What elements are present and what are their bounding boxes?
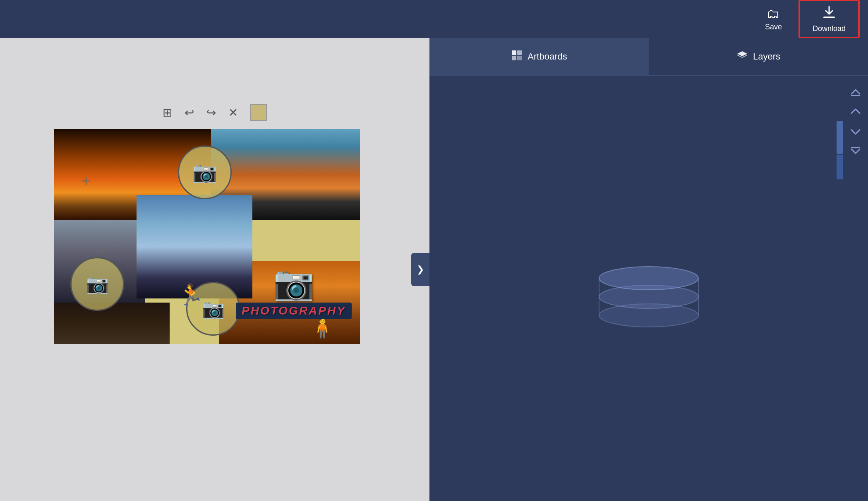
download-label: Download (813, 24, 846, 33)
main-layout: ⊞ ↩ ↪ ✕ 📷 📷 📷 ＋ ＋ (0, 38, 868, 501)
layer-block-1[interactable] (837, 121, 843, 154)
artboards-icon (511, 50, 523, 64)
save-icon: 🗂 (767, 7, 780, 20)
plus-icon-1: ＋ (79, 170, 94, 191)
scroll-up-button[interactable] (845, 103, 866, 121)
color-swatch[interactable] (250, 104, 267, 121)
scroll-top-button[interactable] (845, 83, 866, 101)
photography-text: PHOTOGRAPHY (236, 303, 352, 319)
canvas-area: ⊞ ↩ ↪ ✕ 📷 📷 📷 ＋ ＋ (0, 38, 429, 501)
svg-rect-4 (517, 56, 522, 60)
photo-bottom-left (54, 303, 170, 344)
collage-wrapper: 📷 📷 📷 ＋ ＋ ＋ 📷 PHOTOGRAPHY 🏃 🧍 (54, 129, 360, 344)
layer-blocks (837, 121, 843, 179)
sidebar-arrows (843, 76, 868, 160)
photo-collage: 📷 📷 📷 ＋ ＋ ＋ 📷 PHOTOGRAPHY 🏃 🧍 (54, 129, 360, 344)
sidebar-tabs: Artboards Layers (429, 38, 868, 76)
layer-block-2[interactable] (837, 155, 843, 179)
man-light-silhouette: 🧍 (309, 316, 335, 340)
tab-layers[interactable]: Layers (649, 38, 868, 75)
jumper-silhouette: 🏃 (178, 283, 204, 307)
sidebar: Artboards Layers (429, 38, 868, 501)
layers-icon (736, 50, 748, 64)
download-button[interactable]: Download (798, 0, 860, 39)
layers-icon-area: ❯ (429, 76, 868, 501)
close-icon[interactable]: ✕ (228, 106, 238, 119)
svg-rect-3 (512, 56, 516, 60)
camera-circle-bottom-left: 📷 (70, 257, 124, 311)
svg-rect-0 (823, 17, 835, 18)
camera-circle-top: 📷 (178, 146, 232, 199)
scroll-bottom-button[interactable] (845, 142, 866, 160)
chevron-right-icon: ❯ (417, 264, 424, 275)
canvas-toolbar: ⊞ ↩ ↪ ✕ (163, 104, 267, 121)
svg-rect-2 (517, 50, 522, 55)
redo-icon[interactable]: ↪ (206, 106, 216, 119)
tab-artboards[interactable]: Artboards (429, 38, 649, 75)
save-button[interactable]: 🗂 Save (753, 3, 794, 36)
save-label: Save (765, 23, 782, 31)
photography-logo: 📷 PHOTOGRAPHY (236, 236, 352, 319)
layers-stack-svg (591, 247, 707, 330)
tab-layers-label: Layers (753, 51, 780, 62)
collapse-sidebar-button[interactable]: ❯ (411, 253, 429, 286)
camera-logo-icon: 📷 (273, 264, 314, 303)
scroll-down-button[interactable] (845, 122, 866, 141)
grid-icon[interactable]: ⊞ (163, 106, 172, 119)
download-icon (822, 5, 837, 22)
svg-rect-1 (512, 50, 516, 55)
tab-artboards-label: Artboards (528, 51, 567, 62)
header: 🗂 Save Download (0, 0, 868, 38)
svg-point-11 (599, 267, 698, 290)
undo-icon[interactable]: ↩ (185, 106, 194, 119)
